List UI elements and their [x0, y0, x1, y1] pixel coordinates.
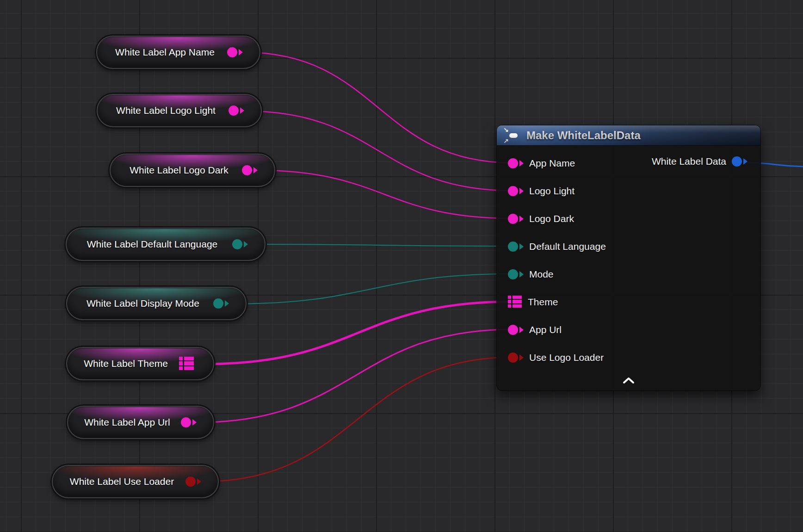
wire-use-loader[interactable] [203, 357, 513, 482]
pin-label: Theme [528, 297, 558, 308]
variable-node-white-label-display-mode[interactable]: White Label Display Mode [66, 287, 247, 320]
pin-label: Logo Light [529, 186, 574, 197]
struct-grid-icon[interactable] [508, 296, 522, 309]
input-pin-circle[interactable] [508, 186, 524, 196]
graph-canvas[interactable]: White Label App Name White Label Logo Li… [0, 0, 803, 532]
input-pin-circle[interactable] [508, 241, 524, 252]
input-pin-row-app-url: App Url [497, 316, 760, 344]
output-pin-circle[interactable] [213, 298, 229, 309]
output-pin-row-white-label-data: White Label Data [652, 156, 747, 167]
input-pin-row-logo-light: Logo Light [497, 177, 760, 205]
variable-node-white-label-app-name[interactable]: White Label App Name [96, 36, 260, 69]
variable-label: White Label Theme [75, 358, 179, 369]
variable-label: White Label Logo Dark [119, 165, 242, 176]
pin-label: App Url [529, 324, 562, 335]
pin-rows: App Name Logo Light Logo Dark Default La… [497, 146, 760, 371]
pin-label: Mode [529, 269, 554, 280]
struct-grid-icon[interactable] [179, 357, 195, 371]
pin-label: White Label Data [652, 156, 726, 167]
node-header[interactable]: ↘↗ Make WhiteLabelData [497, 125, 760, 146]
output-pin-circle[interactable] [229, 105, 244, 116]
pin-label: App Name [529, 158, 575, 169]
output-pin-circle[interactable] [185, 476, 201, 487]
input-pin-row-logo-dark: Logo Dark [497, 205, 760, 233]
input-pin-circle[interactable] [508, 353, 524, 363]
variable-label: White Label Display Mode [75, 298, 213, 309]
node-title: Make WhiteLabelData [526, 129, 641, 142]
output-pin-circle[interactable] [232, 239, 248, 249]
variable-label: White Label App Name [105, 47, 227, 58]
input-pin-row-theme: Theme [497, 288, 760, 316]
wire-app-url[interactable] [198, 329, 513, 422]
variable-node-white-label-theme[interactable]: White Label Theme [66, 347, 214, 380]
input-pin-row-use-logo-loader: Use Logo Loader [497, 344, 760, 371]
variable-node-white-label-use-loader[interactable]: White Label Use Loader [52, 465, 219, 498]
wire-logo-light[interactable] [245, 111, 513, 191]
variable-label: White Label App Url [76, 417, 181, 428]
variable-node-white-label-app-url[interactable]: White Label App Url [67, 406, 214, 439]
collapse-button[interactable] [617, 374, 641, 388]
wire-default-language[interactable] [251, 244, 513, 246]
pin-label: Use Logo Loader [529, 352, 604, 363]
output-pin-circle[interactable] [181, 417, 197, 427]
variable-label: White Label Default Language [75, 239, 232, 250]
pin-label: Logo Dark [529, 213, 574, 224]
input-pin-circle[interactable] [508, 269, 524, 279]
output-pin-circle[interactable] [732, 156, 747, 167]
input-pin-row-default-language: Default Language [497, 233, 760, 260]
chevron-up-icon [622, 377, 636, 384]
variable-node-white-label-default-language[interactable]: White Label Default Language [66, 228, 266, 261]
make-struct-icon: ↘↗ [503, 129, 519, 142]
input-pin-circle[interactable] [508, 214, 524, 224]
input-pin-circle[interactable] [508, 325, 524, 335]
input-pin-row-mode: Mode [497, 260, 760, 288]
pin-label: Default Language [529, 241, 606, 252]
input-pin-circle[interactable] [508, 158, 524, 168]
wire-logo-dark[interactable] [256, 170, 513, 218]
variable-node-white-label-logo-dark[interactable]: White Label Logo Dark [110, 154, 275, 187]
variable-label: White Label Logo Light [106, 105, 229, 116]
variable-node-white-label-logo-light[interactable]: White Label Logo Light [97, 94, 262, 127]
variable-label: White Label Use Loader [61, 476, 185, 487]
make-whitelabeldata-node[interactable]: ↘↗ Make WhiteLabelData App Name Logo Lig… [496, 125, 761, 391]
output-pin-circle[interactable] [242, 165, 258, 175]
wire-display-mode[interactable] [231, 274, 513, 304]
wire-app-name[interactable] [244, 52, 513, 163]
output-pin-circle[interactable] [227, 47, 243, 57]
